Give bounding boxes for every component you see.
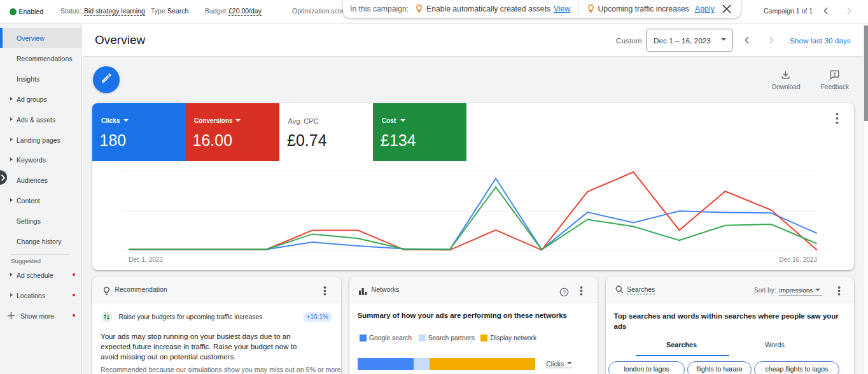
svg-text:?: ? xyxy=(563,289,566,295)
svg-text:Dec 1, 2023: Dec 1, 2023 xyxy=(129,256,163,263)
svg-text:Dec 16, 2023: Dec 16, 2023 xyxy=(780,256,818,263)
